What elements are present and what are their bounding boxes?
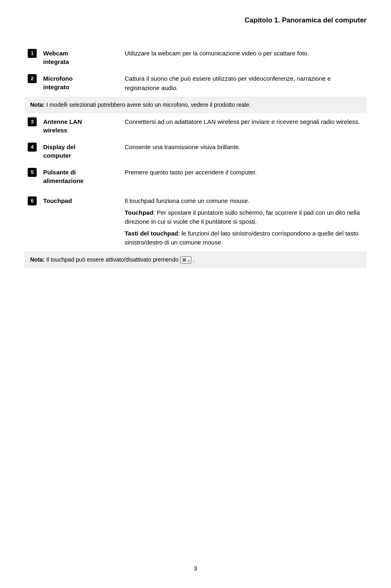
item-number-cell: 3 (24, 113, 40, 139)
item-term: Microfonointegrato (43, 75, 73, 90)
table-row: 4 Display delcomputer Consente una trasm… (24, 139, 367, 164)
item-description: Utilizzare la webcam per la comunicazion… (125, 49, 363, 58)
item-description: Cattura il suono che può essere utilizza… (125, 74, 363, 92)
item-desc-cell: Consente una trasmissione visiva brillan… (121, 139, 367, 164)
table-row: 5 Pulsante dialimentazione Premere quest… (24, 164, 367, 189)
item-number-badge: 1 (28, 49, 37, 58)
separator-row (24, 189, 367, 192)
item-number-badge: 4 (28, 143, 37, 152)
item-term: Pulsante dialimentazione (43, 169, 83, 184)
content-table: 1 Webcamintegrata Utilizzare la webcam p… (24, 45, 367, 268)
note-text-before: Il touchpad può essere attivato/disattiv… (46, 256, 179, 263)
item-number-badge: 3 (28, 117, 37, 126)
item-description-line1: Il touchpad funziona come un comune mous… (125, 196, 363, 206)
item-term: Antenne LANwireless (43, 118, 82, 134)
note-row-2: Nota: Il touchpad può essere attivato/di… (24, 251, 367, 268)
item-desc-cell: Il touchpad funziona come un comune mous… (121, 192, 367, 251)
page-header: Capitolo 1. Panoramica del computer (24, 16, 367, 29)
table-row: 2 Microfonointegrato Cattura il suono ch… (24, 70, 367, 97)
item-term-cell: Display delcomputer (40, 139, 121, 164)
table-row: 3 Antenne LANwireless Connettersi ad un … (24, 113, 367, 139)
item-term: Webcamintegrata (43, 50, 69, 65)
item-description-line3: Tasti del touchpad: le funzioni del lato… (125, 229, 363, 247)
item-description: Consente una trasmissione visiva brillan… (125, 143, 363, 152)
table-row: 6 Touchpad Il touchpad funziona come un … (24, 192, 367, 251)
note-label-2: Nota: (30, 256, 45, 263)
touchpad-bold-label: Touchpad (125, 209, 154, 216)
page-container: Capitolo 1. Panoramica del computer 1 We… (0, 0, 391, 588)
item-number-cell: 1 (24, 45, 40, 70)
note-text-after: . (193, 256, 195, 263)
item-number-cell: 2 (24, 70, 40, 97)
item-desc-cell: Connettersi ad un adattatore LAN wireles… (121, 113, 367, 139)
item-term-cell: Pulsante dialimentazione (40, 164, 121, 189)
page-footer: 3 (0, 565, 391, 572)
item-term-cell: Touchpad (40, 192, 121, 251)
item-number-cell: 6 (24, 192, 40, 251)
note-cell-2: Nota: Il touchpad può essere attivato/di… (24, 251, 367, 268)
chapter-title: Capitolo 1. Panoramica del computer (245, 16, 367, 24)
page-number: 3 (194, 565, 197, 572)
item-term: Display delcomputer (43, 143, 75, 159)
item-term-cell: Webcamintegrata (40, 45, 121, 70)
item-desc-cell: Premere questo tasto per accendere il co… (121, 164, 367, 189)
item-number-badge: 5 (28, 168, 37, 177)
item-description: Connettersi ad un adattatore LAN wireles… (125, 117, 363, 127)
item-term: Touchpad (43, 197, 72, 204)
item-number-cell: 4 (24, 139, 40, 164)
item-desc-cell: Utilizzare la webcam per la comunicazion… (121, 45, 367, 70)
item-term-cell: Antenne LANwireless (40, 113, 121, 139)
item-description-line2: Touchpad: Per spostare il puntatore sull… (125, 208, 363, 227)
item-number-badge: 6 (28, 196, 37, 205)
note-row-1: Nota: I modelli selezionati potrebbero a… (24, 97, 367, 113)
kbd-fn-icon: ⌘ ₁ (180, 256, 191, 264)
tasti-bold-label: Tasti del touchpad (125, 230, 178, 237)
item-term-cell: Microfonointegrato (40, 70, 121, 97)
note-cell: Nota: I modelli selezionati potrebbero a… (24, 97, 367, 113)
item-description: Premere questo tasto per accendere il co… (125, 168, 363, 177)
item-number-cell: 5 (24, 164, 40, 189)
item-desc-cell: Cattura il suono che può essere utilizza… (121, 70, 367, 97)
table-row: 1 Webcamintegrata Utilizzare la webcam p… (24, 45, 367, 70)
item-number-badge: 2 (28, 74, 37, 83)
note-label: Nota: (30, 101, 45, 108)
note-text: I modelli selezionati potrebbero avere s… (46, 101, 251, 108)
